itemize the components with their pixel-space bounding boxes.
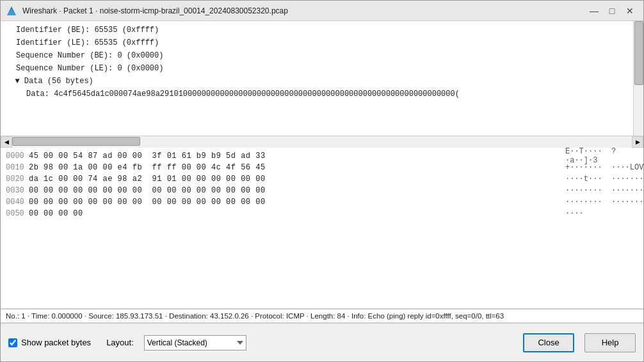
hex-offset: 0010 [6,163,29,172]
hex-row: 0030 00 00 00 00 00 00 00 00 00 00 00 00… [1,185,643,196]
maximize-button[interactable]: □ [604,4,620,18]
hex-bytes: 00 00 00 00 [29,209,555,218]
hex-offset: 0000 [6,152,29,161]
hex-row: 0020 da 1c 00 00 74 ae 98 a2 91 01 00 00… [1,173,643,185]
status-bar: No.: 1 · Time: 0.000000 · Source: 185.93… [1,309,643,323]
layout-select[interactable]: Vertical (Stacked) Horizontal Custom [144,335,246,350]
hex-dump-panel[interactable]: 0000 45 00 00 54 87 ad 00 00 3f 01 61 b9… [1,148,643,309]
detail-line: ▼ Data (56 bytes) [6,75,628,88]
hex-offset: 0040 [6,198,29,207]
svg-marker-1 [7,9,16,15]
vertical-scrollbar[interactable] [633,21,643,136]
detail-line: Sequence Number (BE): 0 (0x0000) [6,49,628,62]
hex-offset: 0030 [6,186,29,195]
window-title: Wireshark · Packet 1 · noise-storm-icmp-… [22,6,581,15]
hex-bytes: da 1c 00 00 74 ae 98 a2 91 01 00 00 00 0… [29,175,555,184]
detail-line: Sequence Number (LE): 0 (0x0000) [6,62,628,75]
scroll-thumb [634,21,643,85]
hex-row: 0040 00 00 00 00 00 00 00 00 00 00 00 00… [1,196,643,208]
detail-line-data: Data: 4c4f5645da1c000074ae98a29101000000… [6,88,628,100]
bottom-bar: Show packet bytes Layout: Vertical (Stac… [1,323,643,361]
hex-row: 0000 45 00 00 54 87 ad 00 00 3f 01 61 b9… [1,150,643,162]
status-text: No.: 1 · Time: 0.000000 · Source: 185.93… [6,312,504,320]
hex-bytes: 00 00 00 00 00 00 00 00 00 00 00 00 00 0… [29,186,555,195]
hex-ascii: ········ ········ [555,198,638,207]
hex-bytes: 00 00 00 00 00 00 00 00 00 00 00 00 00 0… [29,198,555,207]
show-packet-bytes-label: Show packet bytes [21,338,91,347]
window-controls: — □ ✕ [586,4,638,18]
hex-ascii: E··T···· ?·a··]·3 [555,148,638,165]
title-bar: Wireshark · Packet 1 · noise-storm-icmp-… [1,1,643,21]
scroll-right-arrow[interactable]: ▶ [632,136,643,148]
hex-offset: 0050 [6,209,29,218]
help-button[interactable]: Help [584,333,636,352]
scroll-track[interactable] [12,136,632,148]
minimize-button[interactable]: — [586,4,602,18]
scroll-left-arrow[interactable]: ◀ [1,136,12,148]
hex-bytes: 2b 98 00 1a 00 00 e4 fb ff ff 00 00 4c 4… [29,163,555,172]
show-bytes-checkbox-wrap[interactable]: Show packet bytes [8,338,91,347]
hex-ascii: ···· [555,209,638,218]
hex-ascii: ····t··· ········ [555,175,638,184]
layout-label: Layout: [106,338,134,347]
main-content: Identifier (BE): 65535 (0xffff) Identifi… [1,21,643,361]
hex-offset: 0020 [6,175,29,184]
detail-line: Identifier (BE): 65535 (0xffff) [6,24,628,36]
horizontal-scrollbar[interactable]: ◀ ▶ [1,136,643,148]
main-window: Wireshark · Packet 1 · noise-storm-icmp-… [0,0,644,362]
scroll-thumb-h [12,137,140,146]
close-button[interactable]: Close [523,333,574,352]
show-packet-bytes-checkbox[interactable] [8,338,17,347]
detail-line: Identifier (LE): 65535 (0xffff) [6,36,628,49]
hex-ascii: ········ ········ [555,186,638,195]
hex-ascii: +······· ····LOVE [555,163,638,172]
hex-row: 0010 2b 98 00 1a 00 00 e4 fb ff ff 00 00… [1,162,643,173]
titlebar-close-button[interactable]: ✕ [622,4,638,18]
hex-row: 0050 00 00 00 00 ···· [1,208,643,219]
hex-bytes: 45 00 00 54 87 ad 00 00 3f 01 61 b9 b9 5… [29,152,555,161]
app-icon [6,5,17,17]
packet-detail-panel: Identifier (BE): 65535 (0xffff) Identifi… [1,21,643,136]
packet-detail-scroll[interactable]: Identifier (BE): 65535 (0xffff) Identifi… [1,21,633,136]
